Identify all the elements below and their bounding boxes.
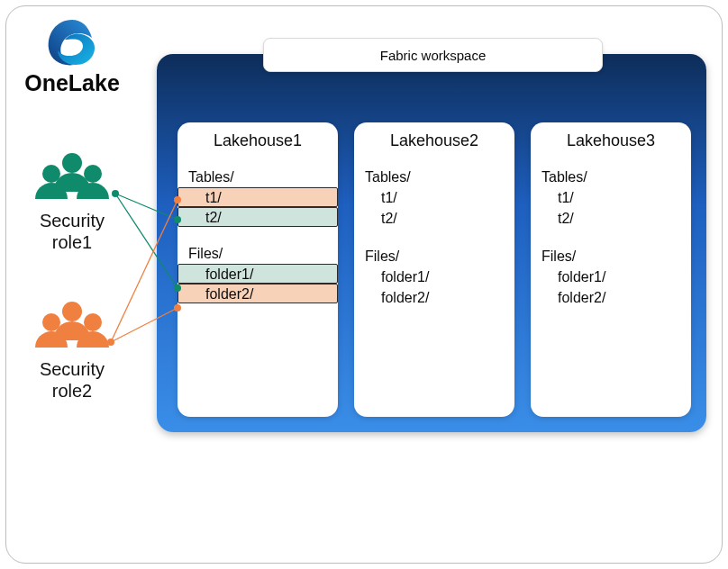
role2-label-line1: Security <box>40 359 105 379</box>
lakehouse-3: Lakehouse3 Tables/ t1/ t2/ Files/ folder… <box>531 122 691 417</box>
tables-label: Tables/ <box>354 167 514 187</box>
table-t2: t2/ <box>177 207 338 227</box>
svg-point-3 <box>62 153 82 173</box>
folder-2: folder2/ <box>177 284 338 303</box>
lakehouse-1: Lakehouse1 Tables/ t1/ t2/ Files/ folder… <box>177 122 338 417</box>
table-t1: t1/ <box>531 187 691 208</box>
svg-point-0 <box>65 43 79 54</box>
folder-1: folder1/ <box>177 264 338 284</box>
files-label: Files/ <box>354 246 514 266</box>
connector-dot <box>174 196 181 203</box>
role1-label-line1: Security <box>40 211 105 230</box>
table-t2: t2/ <box>354 208 514 229</box>
table-t2: t2/ <box>531 208 691 229</box>
tables-label: Tables/ <box>531 167 691 187</box>
onelake-title: OneLake <box>18 70 126 96</box>
lakehouse-2-title: Lakehouse2 <box>354 131 514 150</box>
workspace-title: Fabric workspace <box>263 38 603 72</box>
diagram-canvas: OneLake Security role1 Security role2 <box>0 0 728 569</box>
folder-2: folder2/ <box>531 287 691 308</box>
tables-label: Tables/ <box>177 167 338 187</box>
security-role-2: Security role2 <box>14 297 131 402</box>
connector-dot <box>107 339 114 346</box>
table-t1: t1/ <box>354 187 514 208</box>
table-t1: t1/ <box>177 187 338 207</box>
files-label: Files/ <box>531 246 691 266</box>
connector-dot <box>174 284 181 292</box>
folder-1: folder1/ <box>531 266 691 287</box>
onelake-logo <box>45 18 99 68</box>
lakehouse-1-title: Lakehouse1 <box>177 131 338 150</box>
lakehouse-2: Lakehouse2 Tables/ t1/ t2/ Files/ folder… <box>354 122 514 417</box>
files-label: Files/ <box>177 243 338 264</box>
folder-2: folder2/ <box>354 287 514 308</box>
connector-dot <box>112 190 119 197</box>
role2-label-line2: role2 <box>52 381 92 401</box>
role1-label-line2: role1 <box>52 232 92 252</box>
connector-dot <box>174 304 181 312</box>
folder-1: folder1/ <box>354 266 514 287</box>
svg-point-6 <box>62 302 82 321</box>
connector-dot <box>174 216 181 223</box>
security-role-1: Security role1 <box>14 149 131 253</box>
lakehouse-3-title: Lakehouse3 <box>531 131 691 150</box>
